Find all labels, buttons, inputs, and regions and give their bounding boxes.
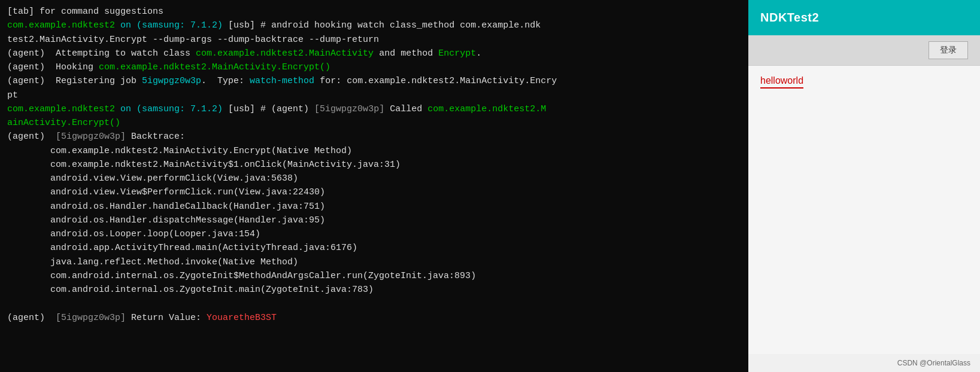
terminal-line: android.os.Handler.handleCallback(Handle… <box>7 200 741 214</box>
terminal-line <box>7 297 741 310</box>
terminal-line: com.example.ndktest2.MainActivity$1.onCl… <box>7 158 741 172</box>
helloworld-label: helloworld <box>760 75 803 89</box>
terminal-line: ainActivity.Encrypt() <box>7 116 741 130</box>
terminal-panel: [tab] for command suggestionscom.example… <box>0 0 748 372</box>
app-title: NDKTest2 <box>748 0 980 35</box>
terminal-line: (agent) Attempting to watch class com.ex… <box>7 47 741 60</box>
terminal-line: com.example.ndktest2 on (samsung: 7.1.2)… <box>7 19 741 32</box>
terminal-line: test2.MainActivity.Encrypt --dump-args -… <box>7 33 741 47</box>
right-panel: NDKTest2 登录 helloworld CSDN @OrientalGla… <box>748 0 980 372</box>
terminal-line: (agent) Hooking com.example.ndktest2.Mai… <box>7 60 741 74</box>
terminal-line: com.android.internal.os.ZygoteInit$Metho… <box>7 269 741 283</box>
terminal-line: com.android.internal.os.ZygoteInit.main(… <box>7 283 741 297</box>
terminal-line: (agent) Registering job 5igwpgz0w3p. Typ… <box>7 74 741 88</box>
terminal-line: (agent) [5igwpgz0w3p] Backtrace: <box>7 130 741 144</box>
terminal-line: android.os.Handler.dispatchMessage(Handl… <box>7 214 741 227</box>
terminal-line: (agent) [5igwpgz0w3p] Return Value: Youa… <box>7 311 741 325</box>
terminal-line: android.view.View$PerformClick.run(View.… <box>7 185 741 199</box>
terminal-line: com.example.ndktest2.MainActivity.Encryp… <box>7 144 741 158</box>
terminal-line: android.app.ActivityThread.main(Activity… <box>7 241 741 255</box>
terminal-line: android.view.View.performClick(View.java… <box>7 172 741 185</box>
right-content: helloworld <box>748 66 980 354</box>
terminal-line: [tab] for command suggestions <box>7 5 741 19</box>
login-button[interactable]: 登录 <box>929 41 968 59</box>
toolbar: 登录 <box>748 35 980 66</box>
terminal-line: java.lang.reflect.Method.invoke(Native M… <box>7 255 741 269</box>
terminal-line: android.os.Looper.loop(Looper.java:154) <box>7 227 741 241</box>
terminal-line: pt <box>7 89 741 102</box>
terminal-line: com.example.ndktest2 on (samsung: 7.1.2)… <box>7 102 741 116</box>
footer-label: CSDN @OrientalGlass <box>748 354 980 372</box>
